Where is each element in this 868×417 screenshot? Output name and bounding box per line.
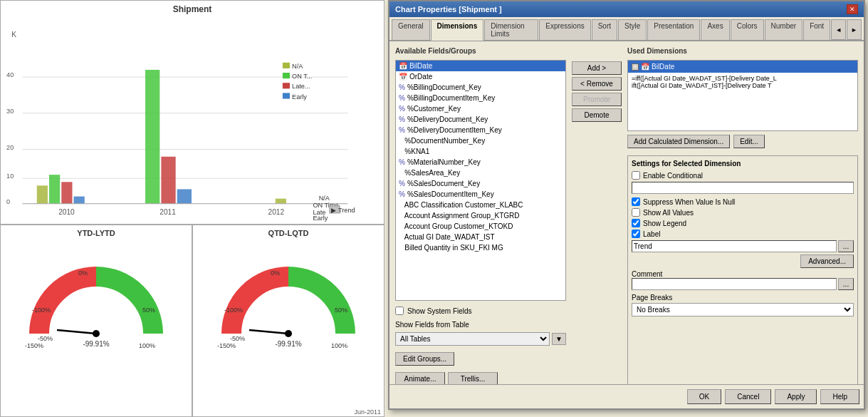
show-all-values-checkbox[interactable] xyxy=(632,208,640,217)
tab-nav-right[interactable]: ► xyxy=(847,19,862,40)
edit-groups-button[interactable]: Edit Groups... xyxy=(395,352,454,366)
label-ellipsis-btn[interactable]: ... xyxy=(838,240,854,252)
help-button[interactable]: Help xyxy=(820,389,859,404)
svg-rect-18 xyxy=(276,199,286,204)
enable-conditional-checkbox[interactable] xyxy=(632,171,640,180)
show-system-fields-label: Show System Fields xyxy=(407,307,472,315)
tab-axes[interactable]: Axes xyxy=(701,19,729,40)
svg-text:Early: Early xyxy=(292,93,307,101)
mid-buttons: Add > < Remove Promote Demote xyxy=(572,47,622,386)
fields-list-container[interactable]: 📅 BilDate 📅 OrDate % %BillingDocument_Ke… xyxy=(395,60,566,301)
field-MaterialNumber_Key[interactable]: % %MaterialNumber_Key xyxy=(396,157,565,168)
ok-button[interactable]: OK xyxy=(687,389,721,404)
svg-rect-12 xyxy=(49,175,60,204)
field-SalesDocument_Key[interactable]: % %SalesDocument_Key xyxy=(396,178,565,189)
svg-text:2010: 2010 xyxy=(58,208,75,216)
tab-style[interactable]: Style xyxy=(618,19,647,40)
show-legend-checkbox[interactable] xyxy=(632,219,640,227)
table-dropdown[interactable]: All Tables xyxy=(395,332,550,346)
suppress-null-checkbox[interactable] xyxy=(632,197,640,206)
used-dim-formula[interactable]: =iff([Actual GI Date_WADAT_IST]-[Deliver… xyxy=(628,73,785,91)
tab-sort[interactable]: Sort xyxy=(592,19,617,40)
chart-title: Shipment xyxy=(1,1,384,18)
svg-text:-100%: -100% xyxy=(224,307,243,314)
svg-rect-27 xyxy=(283,83,290,88)
edit-dim-button[interactable]: Edit... xyxy=(733,135,765,148)
cancel-button[interactable]: Cancel xyxy=(725,389,771,404)
show-legend-label: Show Legend xyxy=(643,220,686,227)
show-legend-row: Show Legend xyxy=(632,219,854,227)
tab-nav-left[interactable]: ◄ xyxy=(831,19,846,40)
label-row: Label xyxy=(632,230,854,238)
tab-dimensions[interactable]: Dimensions xyxy=(431,19,484,41)
svg-text:20: 20 xyxy=(6,144,14,151)
field-BillingDocument_Key[interactable]: % %BillingDocument_Key xyxy=(396,82,565,93)
add-button[interactable]: Add > xyxy=(572,61,622,75)
field-BilDate[interactable]: 📅 BilDate xyxy=(396,61,565,71)
svg-text:40: 40 xyxy=(6,71,14,78)
field-OrDate[interactable]: 📅 OrDate xyxy=(396,71,565,82)
table-dropdown-btn[interactable]: ▼ xyxy=(552,333,566,345)
svg-point-40 xyxy=(93,330,100,337)
field-ActualGIDate[interactable]: Actual GI Date_WADAT_IST xyxy=(396,232,565,242)
add-calc-dim-button[interactable]: Add Calculated Dimension... xyxy=(627,135,730,148)
comment-input[interactable] xyxy=(632,278,837,290)
svg-text:0%: 0% xyxy=(78,269,88,277)
tab-general[interactable]: General xyxy=(392,19,430,40)
field-DocumentNumber_Key[interactable]: %DocumentNumber_Key xyxy=(396,135,565,146)
dialog-bottom-buttons: OK Cancel Apply Help xyxy=(389,384,864,408)
tab-presentation[interactable]: Presentation xyxy=(647,19,700,40)
advanced-row: Advanced... xyxy=(632,254,854,268)
field-BilledQty[interactable]: Billed Quantity in SKU_FKI MG xyxy=(396,242,565,253)
comment-ellipsis-btn[interactable]: ... xyxy=(838,278,854,290)
used-dims-label: Used Dimensions xyxy=(627,47,858,55)
tab-font[interactable]: Font xyxy=(803,19,830,40)
label-checkbox[interactable] xyxy=(632,230,640,238)
tab-colors[interactable]: Colors xyxy=(731,19,764,40)
close-button[interactable]: ✕ xyxy=(847,4,858,14)
expand-bildate[interactable]: + xyxy=(632,63,639,71)
ytd-gauge: YTD-LYTD -100% 0% 50% -150% xyxy=(0,225,192,417)
advanced-button[interactable]: Advanced... xyxy=(800,254,854,268)
field-DeliveryDocumentItem_Key[interactable]: % %DeliveryDocumentItem_Key xyxy=(396,125,565,135)
fields-list: 📅 BilDate 📅 OrDate % %BillingDocument_Ke… xyxy=(396,61,565,300)
field-SalesArea_Key[interactable]: %SalesArea_Key xyxy=(396,168,565,178)
show-system-fields-checkbox[interactable] xyxy=(395,307,404,315)
tab-number[interactable]: Number xyxy=(765,19,803,40)
enable-conditional-label: Enable Conditional xyxy=(643,172,703,180)
comment-input-row: ... xyxy=(632,278,854,290)
used-dim-bildate[interactable]: + 📅 BilDate xyxy=(628,61,857,73)
tab-bar: General Dimensions Dimension Limits Expr… xyxy=(389,17,864,41)
apply-button[interactable]: Apply xyxy=(775,389,817,404)
show-fields-label: Show Fields from Table xyxy=(395,321,566,329)
field-SalesDocumentItem_Key[interactable]: % %SalesDocumentItem_Key xyxy=(396,189,565,200)
field-DeliveryDocument_Key[interactable]: % %DeliveryDocument_Key xyxy=(396,114,565,125)
field-AccountGroup[interactable]: Account Group Customer_KTOKD xyxy=(396,221,565,232)
field-AccountAssignment[interactable]: Account Assignment Group_KTGRD xyxy=(396,210,565,221)
tab-expressions[interactable]: Expressions xyxy=(539,19,590,40)
label-input[interactable] xyxy=(632,240,837,252)
svg-text:Early: Early xyxy=(313,215,328,222)
field-BillingDocumentItem_Key[interactable]: % %BillingDocumentItem_Key xyxy=(396,93,565,103)
svg-text:-150%: -150% xyxy=(25,342,43,349)
remove-button[interactable]: < Remove xyxy=(572,77,622,91)
svg-point-50 xyxy=(285,330,292,337)
suppress-null-label: Suppress When Value Is Null xyxy=(643,198,735,206)
page-breaks-select[interactable]: No Breaks xyxy=(632,303,854,316)
field-Customer_Key[interactable]: % %Customer_Key xyxy=(396,103,565,114)
field-KNA1[interactable]: %KNA1 xyxy=(396,146,565,157)
right-panel: Used Dimensions + 📅 BilDate =iff([Actual… xyxy=(627,47,858,386)
chart-area: Shipment K 40 30 20 10 0 xyxy=(0,0,385,417)
svg-rect-17 xyxy=(177,189,192,203)
tab-dimension-limits[interactable]: Dimension Limits xyxy=(484,19,538,40)
label-text: Label xyxy=(643,230,660,238)
svg-text:-150%: -150% xyxy=(217,342,236,349)
conditional-input[interactable] xyxy=(632,182,854,194)
field-ABC[interactable]: ABC Classification Customer_KLABC xyxy=(396,200,565,210)
table-dropdown-container: All Tables ▼ xyxy=(395,332,566,346)
svg-text:Late...: Late... xyxy=(292,83,310,90)
promote-button[interactable]: Promote xyxy=(572,93,622,106)
demote-button[interactable]: Demote xyxy=(572,108,622,122)
svg-text:2011: 2011 xyxy=(160,208,176,216)
page-breaks-label: Page Breaks xyxy=(632,294,854,302)
